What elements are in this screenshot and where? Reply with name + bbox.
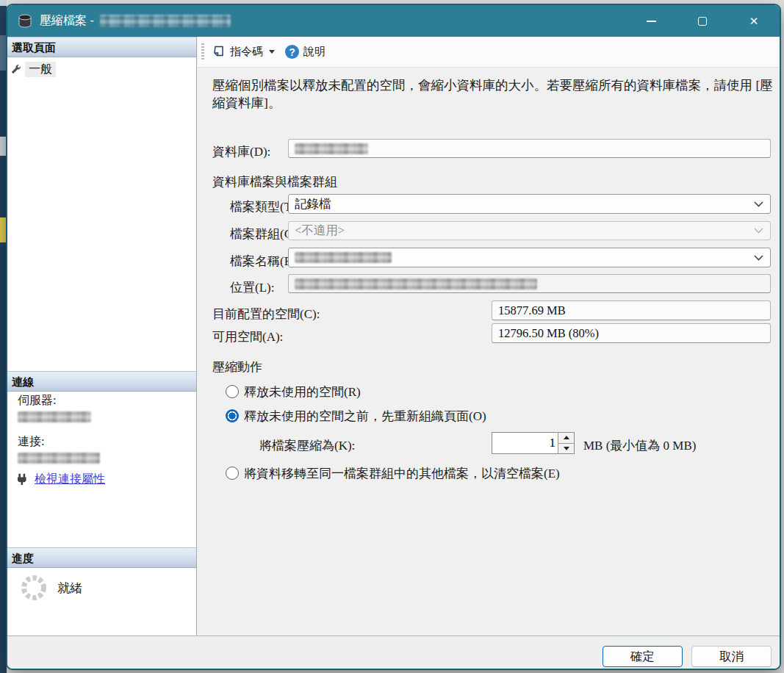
filegroup-dropdown: <不適用>: [288, 221, 771, 240]
database-field[interactable]: [288, 139, 771, 158]
shrink-to-suffix: MB (最小值為 0 MB): [583, 437, 696, 454]
script-dropdown-arrow-icon: [269, 50, 275, 54]
available-space-label: 可用空間(A):: [212, 328, 283, 345]
redacted-location-value: [295, 278, 537, 289]
dialog-footer: 確定 取消: [7, 636, 780, 670]
help-icon: ?: [285, 45, 299, 59]
shrink-to-input[interactable]: [492, 433, 558, 453]
view-connection-properties-row: 檢視連接屬性: [16, 472, 105, 487]
chevron-down-icon: [754, 255, 763, 261]
toolbar-grip-handle[interactable]: [201, 43, 204, 61]
filegroup-value: <不適用>: [295, 223, 345, 239]
available-space-field[interactable]: 12796.50 MB (80%): [492, 323, 771, 343]
progress-status-text: 就緒: [57, 580, 82, 597]
window-title: 壓縮檔案 -: [40, 13, 94, 29]
sidebar-item-label: 一般: [25, 62, 56, 77]
background-fragment: [0, 137, 6, 156]
script-button-label: 指令碼: [230, 45, 263, 59]
radio-label: 釋放未使用的空間(R): [244, 384, 361, 400]
arrow-down-icon: [564, 447, 569, 450]
toolbar: 指令碼 ? 說明: [198, 37, 780, 68]
ok-button[interactable]: 確定: [603, 646, 683, 667]
redacted-file-name-value: [295, 252, 392, 263]
redacted-connection-name: [18, 453, 100, 464]
maximize-button[interactable]: [677, 5, 728, 37]
shrink-file-dialog: 壓縮檔案 - ✕ 選取頁面 一般 連線 伺服器: 連接:: [6, 4, 781, 670]
progress-spinner-icon: [19, 573, 48, 602]
view-connection-properties-link[interactable]: 檢視連接屬性: [35, 472, 105, 487]
available-space-value: 12796.50 MB (80%): [498, 326, 599, 341]
shrink-action-header: 壓縮動作: [212, 359, 262, 375]
shrink-to-label: 將檔案壓縮為(K):: [259, 437, 355, 454]
redacted-title-database-name: [100, 15, 231, 27]
progress-header: 進度: [7, 547, 196, 568]
progress-status-row: 就緒: [19, 573, 82, 602]
spinner-down-button[interactable]: [558, 444, 574, 454]
maximize-icon: [698, 17, 707, 26]
shrink-to-spinner: [492, 432, 575, 454]
radio-reorganize-pages[interactable]: 釋放未使用的空間之前，先重新組織頁面(O): [226, 408, 486, 425]
close-icon: ✕: [749, 15, 759, 28]
radio-unselected-icon: [226, 467, 239, 480]
spinner-up-button[interactable]: [558, 433, 574, 444]
radio-selected-icon: [226, 409, 239, 422]
main-panel: 指令碼 ? 說明 壓縮個別檔案以釋放未配置的空間，會縮小資料庫的大小。若要壓縮所…: [198, 37, 780, 636]
sidebar-item-general[interactable]: 一般: [10, 61, 56, 77]
title-bar[interactable]: 壓縮檔案 - ✕: [7, 5, 780, 37]
connection-label: 連接:: [18, 434, 44, 450]
minimize-button[interactable]: [625, 5, 677, 37]
allocated-space-field[interactable]: 15877.69 MB: [492, 300, 771, 320]
background-fragment: [0, 0, 7, 6]
radio-empty-file[interactable]: 將資料移轉至同一檔案群組中的其他檔案，以清空檔案(E): [226, 465, 560, 482]
allocated-space-label: 目前配置的空間(C):: [212, 306, 320, 323]
file-name-dropdown[interactable]: [288, 248, 771, 267]
file-type-value: 記錄檔: [295, 196, 331, 212]
connection-header: 連線: [7, 371, 196, 392]
minimize-icon: [647, 21, 656, 22]
window-controls: ✕: [625, 5, 780, 37]
database-cylinder-icon: [17, 13, 33, 29]
chevron-down-icon: [754, 201, 763, 207]
cancel-button[interactable]: 取消: [691, 646, 772, 667]
dialog-description: 壓縮個別檔案以釋放未配置的空間，會縮小資料庫的大小。若要壓縮所有的資料庫檔案，請…: [212, 76, 775, 112]
script-button[interactable]: 指令碼: [209, 41, 278, 63]
redacted-database-value: [295, 143, 368, 154]
connection-properties-icon: [16, 473, 29, 486]
chevron-down-icon: [754, 228, 763, 234]
close-button[interactable]: ✕: [728, 5, 780, 37]
radio-unselected-icon: [226, 385, 239, 398]
dialog-body: 選取頁面 一般 連線 伺服器: 連接: 檢視連接屬性: [7, 37, 780, 670]
server-label: 伺服器:: [18, 393, 56, 409]
file-type-dropdown[interactable]: 記錄檔: [288, 194, 771, 214]
location-field[interactable]: [288, 274, 771, 293]
spinner-buttons: [558, 433, 574, 453]
sidebar: 選取頁面 一般 連線 伺服器: 連接: 檢視連接屬性: [7, 37, 197, 636]
redacted-server-name: [18, 411, 91, 422]
radio-release-unused-space[interactable]: 釋放未使用的空間(R): [226, 384, 361, 400]
radio-label: 釋放未使用的空間之前，先重新組織頁面(O): [244, 408, 486, 425]
files-section-header: 資料庫檔案與檔案群組: [212, 173, 337, 190]
database-label: 資料庫(D):: [212, 143, 270, 160]
script-icon: [212, 45, 226, 59]
arrow-up-icon: [564, 436, 569, 439]
help-button[interactable]: ? 說明: [282, 41, 328, 63]
location-label: 位置(L):: [230, 279, 274, 296]
allocated-space-value: 15877.69 MB: [498, 303, 566, 318]
wrench-icon: [10, 64, 21, 75]
radio-label: 將資料移轉至同一檔案群組中的其他檔案，以清空檔案(E): [244, 465, 560, 482]
select-page-header: 選取頁面: [7, 37, 196, 57]
help-button-label: 說明: [303, 45, 326, 59]
